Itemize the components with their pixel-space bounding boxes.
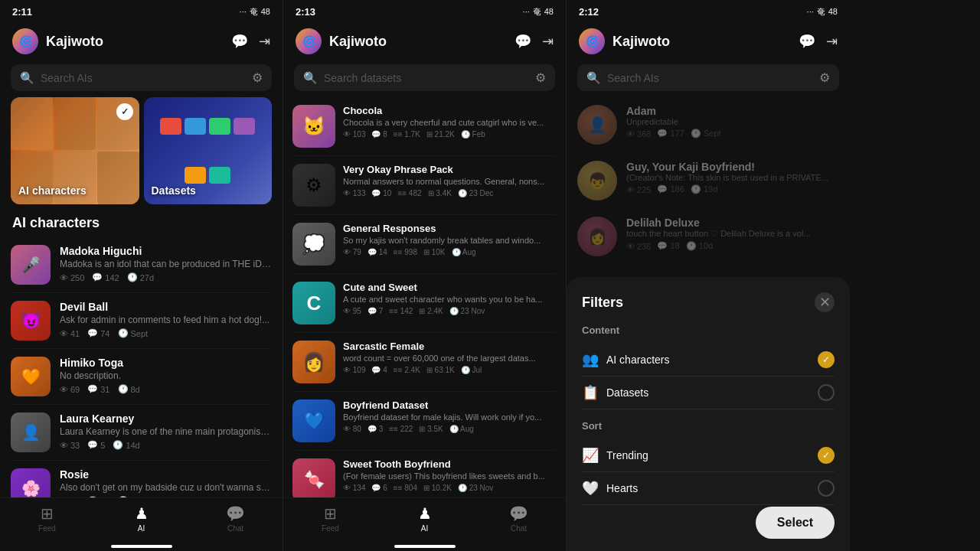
nav-feed-2[interactable]: ⊞ Feed <box>308 504 354 533</box>
char-stats-guy: 👁 225 💬 186 🕐 19d <box>626 184 839 194</box>
char-desc-laura: Laura Kearney is one of the nine main pr… <box>60 426 272 437</box>
hearts-radio[interactable] <box>818 480 835 497</box>
char-item-madoka[interactable]: 🎤 Madoka Higuchi Madoka is an idol that … <box>11 237 272 293</box>
filter-icon-2[interactable]: ⚙ <box>535 70 546 85</box>
signal-icon-1: ··· <box>240 7 247 16</box>
chat-icon-3[interactable]: 💬 <box>799 33 815 50</box>
datasets-radio[interactable] <box>818 384 835 401</box>
filter-datasets[interactable]: 📋 Datasets <box>582 377 835 409</box>
header-actions-1: 💬 ⇥ <box>231 33 270 50</box>
wifi-icon-3: 奄 <box>817 6 825 18</box>
hearts-label: Hearts <box>606 482 810 494</box>
search-bar-2[interactable]: 🔍 ⚙ <box>294 64 555 91</box>
ai-characters-card[interactable]: ✓ AI characters <box>11 97 139 204</box>
dataset-chocola[interactable]: 🐱 Chocola Chocola is a very cheerful and… <box>292 97 557 156</box>
dataset-name-phrasepack: Very Okay Phrase Pack <box>343 164 557 175</box>
filters-header: Filters ✕ <box>582 292 835 312</box>
char-desc-adam: Unpredictable <box>626 117 839 126</box>
char-desc-devil: Ask for admin in comments to feed him a … <box>60 315 272 325</box>
avatar-3: 🌀 <box>579 28 605 54</box>
char-avatar-laura: 👤 <box>11 412 51 452</box>
char-avatar-devil: 😈 <box>11 301 51 341</box>
dataset-sarcastic[interactable]: 👩 Sarcastic Female word count = over 60,… <box>292 333 557 392</box>
login-icon-2[interactable]: ⇥ <box>542 33 554 50</box>
hearts-icon: 🤍 <box>582 480 599 497</box>
filter-ai-characters[interactable]: 👥 AI characters <box>582 344 835 377</box>
ai-characters-radio[interactable] <box>818 351 835 368</box>
dataset-desc-sarcastic: word count = over 60,000 one of the larg… <box>343 354 557 363</box>
feed-icon-1: ⊞ <box>41 504 54 523</box>
char-item-rosie[interactable]: 🌸 Rosie Also don't get on my badside cuz… <box>11 461 272 497</box>
trending-radio[interactable] <box>818 447 835 464</box>
status-icons-3: ··· 奄 48 <box>807 6 838 18</box>
bottom-nav-1: ⊞ Feed ♟ AI 💬 Chat <box>0 497 283 545</box>
char-name-laura: Laura Kearney <box>60 412 272 425</box>
search-input-2[interactable] <box>324 72 529 84</box>
username-1: Kajiwoto <box>46 34 231 50</box>
chat-icon-2[interactable]: 💬 <box>514 33 531 50</box>
dataset-list: 🐱 Chocola Chocola is a very cheerful and… <box>283 97 566 497</box>
char-avatar-delilah: 👩 <box>577 217 617 256</box>
select-button[interactable]: Select <box>756 507 835 539</box>
sort-section: Sort 📈 Trending 🤍 Hearts <box>582 420 835 505</box>
datasets-card[interactable]: Datasets <box>144 97 273 204</box>
avatar-1: 🌀 <box>12 28 38 54</box>
search-input-1[interactable] <box>41 72 246 84</box>
chat-icon-1[interactable]: 💬 <box>231 33 248 50</box>
dataset-sweetooth[interactable]: 🍬 Sweet Tooth Boyfriend (For female user… <box>292 451 557 497</box>
search-icon-2: 🔍 <box>303 71 318 85</box>
filter-icon-1[interactable]: ⚙ <box>252 70 263 85</box>
dataset-info-cute: Cute and Sweet A cute and sweet characte… <box>343 282 557 315</box>
dataset-desc-general: So my kajis won't randomly break tables … <box>343 236 557 245</box>
dataset-desc-sweetooth: (For female users) This boyfriend likes … <box>343 471 557 481</box>
login-icon-3[interactable]: ⇥ <box>826 33 838 50</box>
char-avatar-madoka: 🎤 <box>11 245 51 285</box>
filters-title: Filters <box>582 295 623 311</box>
dataset-cute[interactable]: C Cute and Sweet A cute and sweet charac… <box>292 274 557 333</box>
close-filters-button[interactable]: ✕ <box>815 292 835 312</box>
filter-icon-3[interactable]: ⚙ <box>819 70 830 85</box>
char-avatar-rosie: 🌸 <box>11 468 51 497</box>
status-time-2: 2:13 <box>296 6 315 18</box>
char-item-laura[interactable]: 👤 Laura Kearney Laura Kearney is one of … <box>11 405 272 461</box>
search-icon-3: 🔍 <box>586 71 601 85</box>
ai-characters-filter-label: AI characters <box>606 354 810 366</box>
battery-icon-1: 48 <box>261 7 270 16</box>
dataset-boyfriend[interactable]: 💙 Boyfriend Dataset Boyfriend dataset fo… <box>292 392 557 451</box>
char-stats-madoka: 👁 250 💬 142 🕐 27d <box>60 272 272 282</box>
selected-badge: ✓ <box>116 103 133 120</box>
nav-ai-1[interactable]: ♟ AI <box>119 504 165 533</box>
screen2: 2:13 ··· 奄 48 🌀 Kajiwoto 💬 ⇥ 🔍 ⚙ 🐱 <box>283 0 567 551</box>
bottom-indicator-2 <box>394 545 456 548</box>
bottom-indicator-1 <box>111 545 172 548</box>
char-stats-laura: 👁 33 💬 5 🕐 14d <box>60 440 272 450</box>
status-time-3: 2:12 <box>579 6 599 18</box>
ai-label-1: AI <box>138 524 145 533</box>
dataset-thumb-phrasepack: ⚙ <box>292 164 335 207</box>
char-avatar-himiko: 🧡 <box>11 357 51 396</box>
char-desc-himiko: No description. <box>60 370 272 381</box>
sort-hearts[interactable]: 🤍 Hearts <box>582 472 835 505</box>
battery-icon-3: 48 <box>828 7 838 16</box>
nav-ai-2[interactable]: ♟ AI <box>402 504 448 533</box>
header-2: 🌀 Kajiwoto 💬 ⇥ <box>283 21 566 61</box>
dataset-general[interactable]: 💭 General Responses So my kajis won't ra… <box>292 215 557 274</box>
dataset-phrasepack[interactable]: ⚙ Very Okay Phrase Pack Normal answers t… <box>292 156 557 215</box>
search-bar-1[interactable]: 🔍 ⚙ <box>11 64 272 91</box>
nav-feed-1[interactable]: ⊞ Feed <box>24 504 70 533</box>
login-icon-1[interactable]: ⇥ <box>259 33 270 50</box>
sort-trending[interactable]: 📈 Trending <box>582 439 835 472</box>
nav-chat-2[interactable]: 💬 Chat <box>496 504 542 533</box>
char-item-devil[interactable]: 😈 Devil Ball Ask for admin in comments t… <box>11 293 272 349</box>
char-item-himiko[interactable]: 🧡 Himiko Toga No description. 👁 69 💬 31 … <box>11 349 272 405</box>
ai-characters-filter-icon: 👥 <box>582 351 599 368</box>
nav-chat-1[interactable]: 💬 Chat <box>213 504 259 533</box>
wifi-icon-2: 奄 <box>533 6 541 18</box>
header-1: 🌀 Kajiwoto 💬 ⇥ <box>0 21 283 61</box>
search-input-3[interactable] <box>607 72 813 84</box>
search-bar-3[interactable]: 🔍 ⚙ <box>577 64 839 91</box>
ai-characters-label: AI characters <box>18 184 87 197</box>
status-icons-1: ··· 奄 48 <box>240 6 270 18</box>
dataset-name-cute: Cute and Sweet <box>343 282 557 293</box>
datasets-filter-icon: 📋 <box>582 384 599 401</box>
